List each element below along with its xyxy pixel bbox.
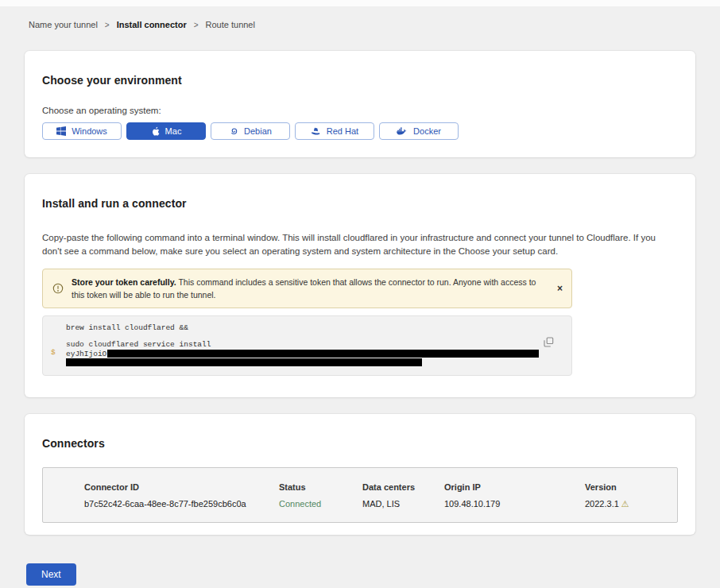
os-button-label: Mac bbox=[165, 126, 182, 136]
choose-environment-card: Choose your environment Choose an operat… bbox=[25, 51, 695, 157]
column-header-status: Status bbox=[279, 482, 362, 492]
os-button-label: Red Hat bbox=[327, 126, 358, 136]
token-warning-banner: Store your token carefully. This command… bbox=[42, 269, 572, 308]
os-button-label: Docker bbox=[413, 126, 441, 136]
token-prefix: eyJhIjoiO bbox=[66, 350, 106, 358]
connector-id-value: b7c52c42-6caa-48ee-8c77-fbe259cb6c0a bbox=[84, 499, 279, 509]
debian-icon bbox=[229, 126, 238, 136]
code-line-token-continued bbox=[51, 358, 543, 368]
column-header-version: Version bbox=[585, 482, 669, 492]
next-button[interactable]: Next bbox=[26, 563, 76, 586]
breadcrumb-separator: > bbox=[194, 21, 199, 29]
os-label: Choose an operating system: bbox=[42, 106, 678, 115]
redhat-icon bbox=[311, 126, 321, 136]
install-description: Copy-paste the following command into a … bbox=[42, 231, 676, 258]
os-button-mac[interactable]: Mac bbox=[126, 122, 206, 140]
connectors-card: Connectors Connector ID Status Data cent… bbox=[25, 414, 695, 535]
os-button-label: Debian bbox=[244, 126, 272, 136]
redaction-bar bbox=[107, 350, 539, 358]
shell-prompt: $ bbox=[51, 349, 56, 358]
os-button-docker[interactable]: Docker bbox=[379, 122, 459, 140]
top-strip bbox=[0, 0, 720, 6]
install-connector-card: Install and run a connector Copy-paste t… bbox=[25, 174, 695, 397]
warning-message: Store your token carefully. This command… bbox=[72, 276, 536, 301]
warning-message-bold: Store your token carefully. bbox=[72, 277, 176, 287]
version-value: 2022.3.1⚠ bbox=[585, 499, 669, 509]
redaction-bar bbox=[66, 358, 422, 366]
origin-ip-value: 109.48.10.179 bbox=[444, 499, 585, 509]
connectors-table-header: Connector ID Status Data centers Origin … bbox=[84, 482, 669, 492]
code-line-brew: brew install cloudflared && bbox=[51, 324, 543, 333]
table-row[interactable]: b7c52c42-6caa-48ee-8c77-fbe259cb6c0a Con… bbox=[84, 499, 669, 509]
copy-command-button[interactable] bbox=[544, 337, 554, 347]
code-line-service-install: sudo cloudflared service install bbox=[51, 341, 543, 350]
alert-circle-icon bbox=[52, 283, 64, 294]
column-header-origin-ip: Origin IP bbox=[444, 482, 585, 492]
install-command-code-block: $ brew install cloudflared && sudo cloud… bbox=[42, 315, 572, 376]
connectors-card-title: Connectors bbox=[42, 437, 678, 450]
copy-icon bbox=[544, 337, 554, 347]
docker-icon bbox=[397, 126, 408, 136]
data-centers-value: MAD, LIS bbox=[362, 499, 444, 509]
windows-icon bbox=[56, 126, 66, 136]
breadcrumb-separator: > bbox=[105, 21, 110, 29]
os-button-debian[interactable]: Debian bbox=[211, 122, 290, 140]
breadcrumb-step-name-your-tunnel[interactable]: Name your tunnel bbox=[29, 20, 98, 29]
os-button-group: Windows Mac Debian Red Hat bbox=[42, 122, 678, 140]
version-number: 2022.3.1 bbox=[585, 499, 619, 509]
install-card-title: Install and run a connector bbox=[42, 197, 678, 210]
connectors-table: Connector ID Status Data centers Origin … bbox=[42, 467, 678, 523]
os-button-label: Windows bbox=[72, 126, 107, 136]
warning-close-button[interactable]: × bbox=[557, 283, 563, 294]
code-line-token: eyJhIjoiO bbox=[51, 350, 543, 359]
status-badge: Connected bbox=[279, 499, 362, 509]
breadcrumb-step-install-connector[interactable]: Install connector bbox=[117, 20, 187, 29]
column-header-data-centers: Data centers bbox=[362, 482, 444, 492]
wizard-content: Choose your environment Choose an operat… bbox=[0, 29, 720, 586]
breadcrumb: Name your tunnel > Install connector > R… bbox=[0, 6, 720, 29]
apple-icon bbox=[151, 126, 160, 137]
breadcrumb-step-route-tunnel[interactable]: Route tunnel bbox=[206, 20, 255, 29]
os-button-redhat[interactable]: Red Hat bbox=[295, 122, 374, 140]
version-warning-icon: ⚠ bbox=[621, 499, 629, 509]
os-button-windows[interactable]: Windows bbox=[42, 122, 122, 140]
column-header-connector-id: Connector ID bbox=[84, 482, 279, 492]
environment-card-title: Choose your environment bbox=[42, 74, 678, 87]
